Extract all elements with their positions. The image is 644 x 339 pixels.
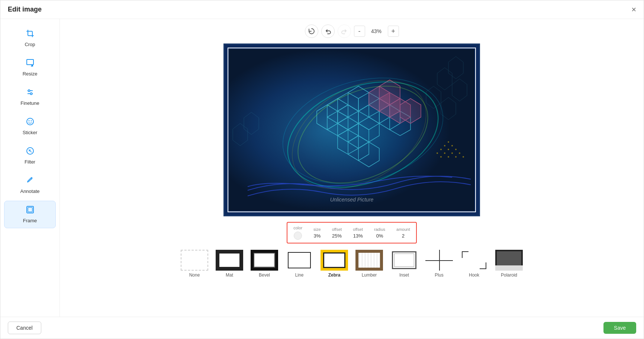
frame-label-inset: Inset: [399, 272, 409, 278]
offset-x-label: offset: [332, 227, 342, 232]
svg-point-49: [455, 149, 457, 150]
frame-label-line: Line: [295, 272, 304, 278]
sidebar-item-resize[interactable]: Resize: [4, 54, 56, 81]
frame-thumb-hook: [460, 250, 488, 271]
frame-label-hook: Hook: [469, 272, 479, 278]
svg-point-52: [459, 152, 460, 154]
svg-text:Unlicensed Picture: Unlicensed Picture: [330, 197, 374, 203]
size-setting: size 3%: [313, 227, 321, 239]
svg-point-54: [444, 152, 445, 154]
footer: Cancel Save: [0, 317, 644, 339]
header: Edit image ×: [0, 0, 644, 19]
frame-option-hook[interactable]: Hook: [458, 248, 490, 280]
sidebar-item-crop[interactable]: Crop: [4, 25, 56, 52]
sticker-icon: [26, 117, 34, 127]
frame-thumb-line: [286, 250, 313, 271]
frame-option-lumber[interactable]: Lumber: [354, 248, 385, 280]
sidebar-label-frame: Frame: [23, 218, 37, 223]
sidebar-label-annotate: Annotate: [20, 188, 39, 194]
close-button[interactable]: ×: [631, 6, 636, 14]
svg-point-55: [437, 152, 438, 154]
sidebar-item-finetune[interactable]: Finetune: [4, 83, 56, 111]
svg-point-4: [30, 93, 32, 95]
sidebar-label-finetune: Finetune: [20, 100, 39, 106]
frame-option-plus[interactable]: Plus: [424, 248, 455, 280]
svg-point-46: [448, 141, 449, 143]
frame-option-mat[interactable]: Mat: [214, 248, 245, 280]
frame-label-zebra: Zebra: [328, 272, 341, 278]
frame-option-polaroid[interactable]: Polaroid: [493, 248, 525, 280]
svg-point-57: [455, 156, 457, 158]
toolbar: - 43% +: [305, 25, 399, 38]
amount-value: 2: [402, 233, 405, 239]
finetune-icon: [26, 88, 34, 98]
zoom-minus-button[interactable]: -: [354, 26, 365, 37]
frame-option-line[interactable]: Line: [284, 248, 315, 280]
frame-thumb-polaroid: [495, 250, 523, 271]
sidebar-label-crop: Crop: [25, 42, 35, 47]
radius-setting: radius 0%: [374, 227, 385, 239]
app-container: Edit image × Crop: [0, 0, 644, 339]
offset-x-value: 25%: [332, 233, 342, 239]
main-layout: Crop Resize: [0, 19, 644, 317]
sidebar-item-sticker[interactable]: Sticker: [4, 113, 56, 140]
resize-icon: [26, 59, 34, 69]
sidebar-label-filter: Filter: [25, 159, 35, 165]
reset-button[interactable]: [305, 25, 318, 38]
svg-point-47: [451, 145, 453, 146]
frame-settings-panel: color size 3% offset 25% offset 13% radi…: [287, 222, 417, 243]
cancel-button[interactable]: Cancel: [8, 322, 41, 334]
frame-thumb-inset: [390, 250, 418, 271]
frame-thumb-lumber: [355, 250, 383, 271]
color-label: color: [293, 226, 302, 230]
svg-point-59: [440, 156, 442, 158]
frame-label-none: None: [189, 272, 200, 278]
svg-rect-10: [28, 207, 32, 212]
frame-option-none[interactable]: None: [179, 248, 210, 280]
size-value: 3%: [313, 233, 321, 239]
color-swatch[interactable]: [294, 232, 302, 240]
save-button[interactable]: Save: [603, 322, 636, 334]
svg-point-50: [448, 149, 449, 150]
frame-label-bevel: Bevel: [259, 272, 270, 278]
frame-thumb-zebra: [321, 250, 348, 271]
svg-point-2: [28, 90, 30, 92]
image-inner-border: Unlicensed Picture: [228, 48, 476, 212]
frame-option-zebra[interactable]: Zebra: [319, 248, 350, 280]
frame-thumb-bevel: [251, 250, 278, 271]
svg-point-7: [30, 120, 32, 122]
frame-option-inset[interactable]: Inset: [389, 248, 420, 280]
crop-icon: [26, 29, 34, 39]
zoom-plus-button[interactable]: +: [388, 26, 399, 37]
redo-button[interactable]: [338, 25, 351, 38]
frame-icon: [26, 206, 34, 216]
amount-setting: amount 2: [396, 227, 410, 239]
svg-point-6: [28, 120, 29, 122]
undo-button[interactable]: [321, 25, 335, 38]
svg-rect-0: [27, 59, 33, 65]
image-canvas: Unlicensed Picture: [223, 43, 480, 216]
sidebar-label-resize: Resize: [23, 71, 38, 77]
color-setting: color: [293, 226, 302, 240]
frame-label-polaroid: Polaroid: [501, 272, 517, 278]
frame-thumb-mat: [216, 250, 243, 271]
frame-thumb-none: [181, 250, 208, 271]
svg-point-5: [27, 118, 33, 125]
frame-option-bevel[interactable]: Bevel: [249, 248, 280, 280]
size-label: size: [313, 227, 321, 232]
sidebar-item-annotate[interactable]: Annotate: [4, 171, 56, 199]
frame-label-plus: Plus: [435, 272, 443, 278]
radius-label: radius: [374, 227, 385, 232]
svg-point-53: [451, 152, 453, 154]
sidebar-item-frame[interactable]: Frame: [4, 201, 56, 228]
svg-point-48: [444, 145, 445, 146]
sidebar-item-filter[interactable]: Filter: [4, 142, 56, 170]
frame-thumb-plus: [425, 250, 453, 271]
offset-y-value: 13%: [353, 233, 363, 239]
svg-point-56: [463, 156, 464, 158]
offset-y-label: offset: [353, 227, 363, 232]
frame-label-lumber: Lumber: [362, 272, 377, 278]
svg-point-60: [296, 75, 430, 187]
radius-value: 0%: [376, 233, 383, 239]
offset-x-setting: offset 25%: [332, 227, 342, 239]
